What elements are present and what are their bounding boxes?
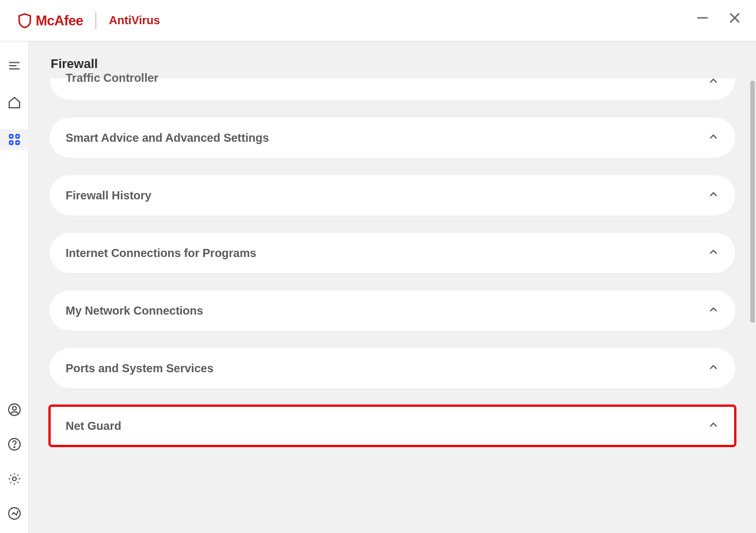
scrollbar[interactable] <box>750 81 755 507</box>
minimize-button[interactable] <box>695 10 710 25</box>
svg-point-14 <box>12 477 16 481</box>
svg-rect-8 <box>9 141 13 145</box>
close-button[interactable] <box>727 10 742 25</box>
card-my-network-connections[interactable]: My Network Connections <box>50 290 735 331</box>
card-internet-connections[interactable]: Internet Connections for Programs <box>50 233 735 273</box>
chevron-up-icon <box>708 75 719 89</box>
card-net-guard[interactable]: Net Guard <box>50 406 735 446</box>
sidebar-item-home[interactable] <box>0 92 29 113</box>
svg-rect-9 <box>16 141 19 145</box>
product-name: AntiVirus <box>109 14 160 27</box>
chevron-up-icon <box>708 419 719 433</box>
sidebar-item-apps[interactable] <box>0 129 29 150</box>
brand-group: McAfee AntiVirus <box>17 12 160 29</box>
chevron-up-icon <box>708 246 719 260</box>
chevron-up-icon <box>708 361 719 375</box>
sidebar-item-settings[interactable] <box>0 468 29 489</box>
brand-divider <box>96 12 96 29</box>
card-smart-advice[interactable]: Smart Advice and Advanced Settings <box>50 118 735 158</box>
card-ports-system-services[interactable]: Ports and System Services <box>50 348 735 388</box>
card-label: Traffic Controller <box>66 71 158 85</box>
chevron-up-icon <box>708 304 719 317</box>
scrollbar-thumb[interactable] <box>750 81 755 323</box>
sidebar-item-account[interactable] <box>0 399 29 420</box>
chevron-up-icon <box>708 131 719 145</box>
window-controls <box>695 10 742 25</box>
card-label: Smart Advice and Advanced Settings <box>66 131 269 145</box>
card-label: Firewall History <box>66 189 151 202</box>
svg-point-11 <box>12 406 16 410</box>
sidebar-item-feedback[interactable] <box>0 503 29 524</box>
cards-list: Traffic Controller Smart Advice and Adva… <box>29 82 756 446</box>
svg-rect-6 <box>9 135 13 138</box>
brand-name: McAfee <box>36 13 83 29</box>
card-label: Internet Connections for Programs <box>66 247 256 260</box>
card-traffic-controller[interactable]: Traffic Controller <box>50 78 735 100</box>
titlebar: McAfee AntiVirus <box>0 0 756 41</box>
sidebar <box>0 41 29 533</box>
svg-point-13 <box>14 447 15 448</box>
card-firewall-history[interactable]: Firewall History <box>50 175 735 216</box>
sidebar-item-menu[interactable] <box>0 55 29 76</box>
sidebar-item-help[interactable] <box>0 434 29 455</box>
card-label: Ports and System Services <box>66 362 214 375</box>
mcafee-shield-icon <box>17 13 32 29</box>
card-label: My Network Connections <box>66 304 203 317</box>
chevron-up-icon <box>708 188 719 202</box>
main-panel: Firewall Traffic Controller Smart Advice… <box>29 41 756 533</box>
card-label: Net Guard <box>66 419 121 433</box>
svg-rect-7 <box>16 135 19 138</box>
